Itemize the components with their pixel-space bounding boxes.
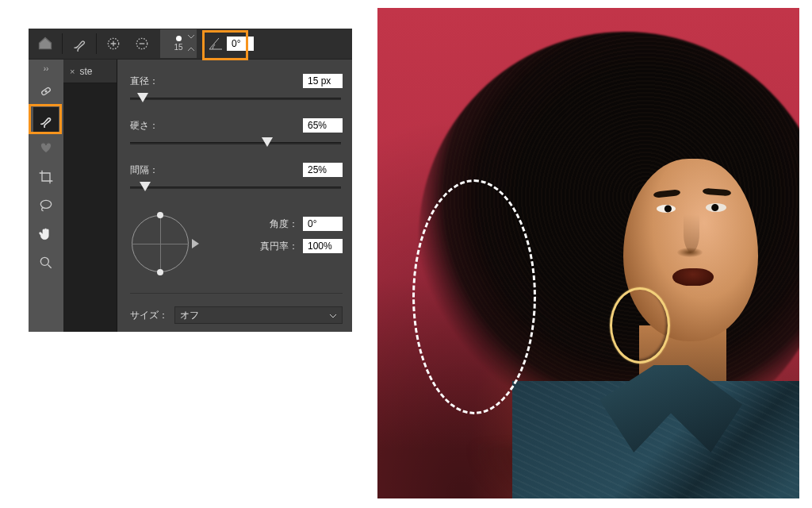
close-tab-button[interactable]: ×: [70, 67, 75, 76]
svg-point-5: [40, 257, 48, 265]
angle-label: 角度：: [270, 217, 298, 231]
document-tab-label: ste: [79, 66, 92, 77]
canvas-preview: [377, 8, 799, 498]
brush-icon: [71, 36, 87, 52]
angle-row: 角度： 0°: [213, 217, 343, 231]
options-bar: 15 0°: [29, 29, 352, 60]
roundness-label: 真円率：: [260, 240, 298, 253]
lasso-icon: [38, 198, 54, 214]
brush-icon: [38, 112, 54, 128]
hand-tool[interactable]: [33, 221, 59, 247]
separator: [62, 33, 63, 54]
angle-roundness-group: 角度： 0° 真円率： 100%: [130, 209, 343, 280]
roundness-row: 真円率： 100%: [213, 239, 343, 253]
roundness-input[interactable]: 100%: [303, 239, 343, 253]
svg-point-4: [40, 200, 51, 208]
home-button[interactable]: [33, 32, 57, 56]
spacing-row: 間隔： 25%: [130, 163, 343, 177]
spacing-slider[interactable]: [130, 180, 341, 194]
size-jitter-value: オフ: [180, 309, 199, 322]
angle-icon: [208, 37, 224, 51]
home-icon: [37, 36, 53, 52]
diameter-slider[interactable]: [130, 91, 341, 106]
size-jitter-row: サイズ： オフ: [130, 306, 343, 324]
size-jitter-label: サイズ：: [130, 309, 168, 322]
magnifier-icon: [38, 255, 54, 271]
hardness-label: 硬さ：: [130, 119, 171, 133]
brush-size-value: 15: [174, 43, 182, 52]
bandage-icon: [38, 83, 54, 99]
heart-brush-icon: [38, 140, 54, 156]
canvas-background: [63, 83, 117, 332]
chevron-down-icon: [329, 310, 337, 321]
app-panel: 15 0° ››: [29, 29, 352, 332]
crop-tool[interactable]: [33, 164, 59, 190]
size-jitter-dropdown[interactable]: オフ: [174, 306, 343, 324]
zoom-out-button[interactable]: [130, 32, 154, 56]
diameter-label: 直径：: [130, 75, 171, 88]
zoom-in-button[interactable]: [102, 32, 125, 56]
lower-row: ››: [29, 60, 352, 332]
brush-tool[interactable]: [33, 107, 59, 133]
zoom-tool[interactable]: [33, 250, 59, 275]
angle-input[interactable]: 0°: [303, 217, 343, 231]
tool-preset-button[interactable]: [67, 32, 91, 56]
hand-icon: [38, 226, 54, 242]
hardness-slider[interactable]: [130, 136, 341, 150]
brush-preview-dot: [176, 36, 182, 41]
spacing-label: 間隔：: [130, 164, 171, 177]
hardness-row: 硬さ： 65%: [130, 118, 343, 133]
crop-icon: [38, 169, 54, 185]
tools-panel: ››: [29, 60, 63, 332]
svg-point-3: [45, 90, 47, 92]
clone-stamp-tool[interactable]: [33, 136, 59, 161]
hardness-input[interactable]: 65%: [303, 118, 343, 133]
separator: [130, 293, 343, 294]
expand-panel-button[interactable]: ››: [44, 64, 49, 79]
lasso-tool[interactable]: [33, 193, 59, 218]
plus-circle-icon: [105, 36, 121, 52]
brush-size-dropdown[interactable]: 15: [160, 29, 197, 58]
brush-angle-value[interactable]: 0°: [227, 37, 254, 51]
brush-settings-panel: 直径： 15 px 硬さ： 65% 間隔： 25%: [117, 60, 352, 332]
photo-earring: [610, 287, 670, 364]
brush-shape-wheel[interactable]: [130, 209, 201, 280]
chevron-down-icon: [187, 34, 195, 54]
minus-circle-icon: [134, 36, 150, 52]
separator: [96, 33, 97, 54]
spot-heal-tool[interactable]: [33, 79, 59, 104]
spacing-input[interactable]: 25%: [303, 163, 343, 177]
selection-marquee[interactable]: [412, 179, 536, 414]
diameter-input[interactable]: 15 px: [303, 74, 343, 88]
document-tab-strip: × ste: [63, 60, 117, 332]
document-tab[interactable]: × ste: [63, 60, 117, 83]
wheel-arrow-icon: [192, 239, 199, 248]
diameter-row: 直径： 15 px: [130, 74, 343, 88]
brush-angle-control[interactable]: 0°: [208, 37, 254, 51]
